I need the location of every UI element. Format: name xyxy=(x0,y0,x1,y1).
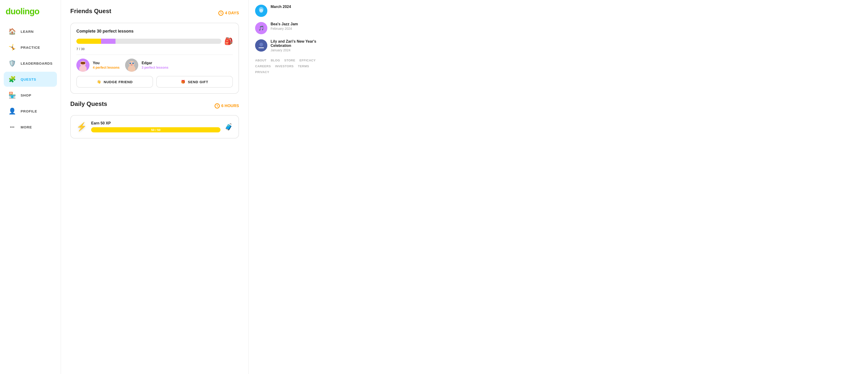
footer-link-privacy[interactable]: PRIVACY xyxy=(255,70,269,74)
daily-quest-timer: 6 HOURS xyxy=(215,103,239,108)
sidebar-item-leaderboards[interactable]: 🛡️ LEADERBOARDS xyxy=(4,56,57,71)
daily-quests-header: Daily Quests 6 HOURS xyxy=(70,100,239,111)
footer-link-about[interactable]: ABOUT xyxy=(255,59,267,62)
footer-links: ABOUT BLOG STORE EFFICACY CAREERS INVEST… xyxy=(255,59,321,74)
svg-point-5 xyxy=(82,64,84,65)
send-gift-button[interactable]: 🎁 SEND GIFT xyxy=(156,76,233,88)
progress-count: 7 / 30 xyxy=(76,47,233,51)
friends-quest-card: Complete 30 perfect lessons 🎒 7 / 30 xyxy=(70,23,239,94)
footer-link-careers[interactable]: CAREERS xyxy=(255,64,271,68)
sidebar-item-label-learn: LEARN xyxy=(21,30,34,33)
footer-link-terms[interactable]: TERMS xyxy=(298,64,309,68)
footer-link-efficacy[interactable]: EFFICACY xyxy=(300,59,316,62)
action-buttons: 👋 NUDGE FRIEND 🎁 SEND GIFT xyxy=(76,76,233,88)
right-panel-date-1: February 2024 xyxy=(271,27,298,30)
sidebar-item-practice[interactable]: 🤸 PRACTICE xyxy=(4,40,57,55)
sidebar-item-more[interactable]: ••• MORE xyxy=(4,120,57,134)
progress-bar xyxy=(76,39,221,44)
svg-point-21 xyxy=(259,43,263,46)
daily-quest-timer-icon xyxy=(215,103,220,108)
svg-rect-12 xyxy=(129,63,131,63)
footer-link-investors[interactable]: INVESTORS xyxy=(275,64,293,68)
player-edgar-info: Edgar 3 perfect lessons xyxy=(142,61,168,69)
badge-1: 🎵 xyxy=(255,22,267,34)
svg-point-17 xyxy=(259,9,263,13)
daily-quests-title: Daily Quests xyxy=(70,100,107,107)
friends-quest-timer: 4 DAYS xyxy=(218,10,239,16)
shop-icon: 🏪 xyxy=(7,90,17,100)
player-you-name: You xyxy=(93,61,120,65)
learn-icon: 🏠 xyxy=(7,27,17,36)
player-edgar-score: 3 perfect lessons xyxy=(142,66,168,69)
gift-icon: 🎁 xyxy=(181,80,186,84)
svg-rect-13 xyxy=(132,63,134,63)
friends-quest-header: Friends Quest 4 DAYS xyxy=(70,7,239,19)
sidebar-item-label-practice: PRACTICE xyxy=(21,45,40,50)
right-panel-title-2: Lily and Zari's New Year's Celebration xyxy=(271,39,321,48)
svg-point-14 xyxy=(131,64,133,65)
more-icon: ••• xyxy=(7,122,17,132)
friends-quest-title: Friends Quest xyxy=(70,7,111,15)
leaderboards-icon: 🛡️ xyxy=(7,59,17,68)
footer-link-store[interactable]: STORE xyxy=(284,59,295,62)
sidebar-item-label-leaderboards: LEADERBOARDS xyxy=(21,61,53,65)
svg-rect-6 xyxy=(81,62,85,64)
divider xyxy=(76,55,233,55)
badge-2 xyxy=(255,39,267,52)
nudge-icon: 👋 xyxy=(97,80,101,84)
avatar-edgar-svg xyxy=(125,59,138,72)
player-you-info: You 4 perfect lessons xyxy=(93,61,120,69)
friends-quest-timer-label: 4 DAYS xyxy=(225,11,239,15)
nudge-label: NUDGE FRIEND xyxy=(104,80,133,84)
daily-progress-label: 50 / 50 xyxy=(151,128,160,132)
daily-quest-card: ⚡ Earn 50 XP 50 / 50 🧳 xyxy=(70,115,239,138)
progress-fill-yellow xyxy=(76,39,101,44)
players-row: You 4 perfect lessons xyxy=(76,59,233,72)
friends-quest-timer-icon xyxy=(218,10,223,16)
progress-container: 🎒 xyxy=(76,37,233,45)
sidebar-item-label-more: MORE xyxy=(21,125,32,129)
badge-0 xyxy=(255,5,267,17)
daily-quest-item-title: Earn 50 XP xyxy=(91,121,220,125)
right-panel-text-2: Lily and Zari's New Year's Celebration J… xyxy=(271,39,321,52)
avatar-edgar xyxy=(125,59,138,72)
sidebar-item-label-shop: SHOP xyxy=(21,93,31,97)
avatar-you xyxy=(76,59,90,72)
right-panel-text-0: March 2024 xyxy=(271,5,291,9)
svg-text:🎵: 🎵 xyxy=(258,25,264,31)
player-edgar-name: Edgar xyxy=(142,61,168,65)
player-edgar: Edgar 3 perfect lessons xyxy=(125,59,168,72)
sidebar-item-quests[interactable]: 🧩 QUESTS xyxy=(4,72,57,87)
gift-label: SEND GIFT xyxy=(188,80,208,84)
daily-progress-bar: 50 / 50 xyxy=(91,127,220,132)
lightning-icon: ⚡ xyxy=(76,122,87,132)
sidebar-item-learn[interactable]: 🏠 LEARN xyxy=(4,24,57,39)
nudge-friend-button[interactable]: 👋 NUDGE FRIEND xyxy=(76,76,153,88)
quest-goal-text: Complete 30 perfect lessons xyxy=(76,29,233,34)
logo: duolingo xyxy=(4,6,57,17)
profile-icon: 👤 xyxy=(7,106,17,116)
daily-reward-icon: 🧳 xyxy=(225,123,233,131)
right-panel-item-0: March 2024 xyxy=(255,5,321,17)
sidebar-item-shop[interactable]: 🏪 SHOP xyxy=(4,88,57,103)
sidebar: duolingo 🏠 LEARN 🤸 PRACTICE 🛡️ LEADERBOA… xyxy=(0,0,61,374)
player-you: You 4 perfect lessons xyxy=(76,59,120,72)
daily-quest-info: Earn 50 XP 50 / 50 xyxy=(91,121,220,132)
sidebar-item-label-profile: PROFILE xyxy=(21,109,37,113)
quests-icon: 🧩 xyxy=(7,74,17,84)
logo-text: duolingo xyxy=(6,6,39,16)
sidebar-item-profile[interactable]: 👤 PROFILE xyxy=(4,103,57,119)
player-you-score: 4 perfect lessons xyxy=(93,66,120,69)
right-panel: March 2024 🎵 Bea's Jazz Jam February 202… xyxy=(248,0,328,374)
main-content: Friends Quest 4 DAYS Complete 30 perfect… xyxy=(61,0,248,374)
sidebar-item-label-quests: QUESTS xyxy=(21,77,36,81)
right-panel-item-1: 🎵 Bea's Jazz Jam February 2024 xyxy=(255,22,321,34)
avatar-you-svg xyxy=(76,59,90,72)
right-panel-title-0: March 2024 xyxy=(271,5,291,9)
right-panel-text-1: Bea's Jazz Jam February 2024 xyxy=(271,22,298,30)
right-panel-title-1: Bea's Jazz Jam xyxy=(271,22,298,26)
right-panel-item-2: Lily and Zari's New Year's Celebration J… xyxy=(255,39,321,52)
daily-quest-item: ⚡ Earn 50 XP 50 / 50 🧳 xyxy=(76,121,233,132)
footer-link-blog[interactable]: BLOG xyxy=(271,59,280,62)
progress-reward-icon: 🎒 xyxy=(224,37,233,45)
